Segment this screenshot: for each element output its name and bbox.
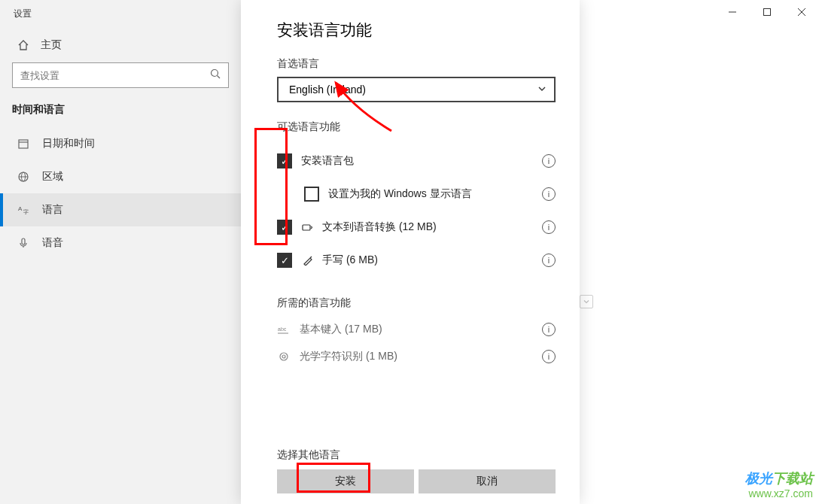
checkbox-tts[interactable]: ✓ xyxy=(277,220,292,235)
required-basic-typing: abc 基本键入 (17 MB) i xyxy=(277,316,556,343)
svg-text:A: A xyxy=(18,205,23,212)
feature-lang-pack: ✓ 安装语言包 i xyxy=(277,144,556,178)
home-label: 主页 xyxy=(41,38,62,52)
info-icon[interactable]: i xyxy=(542,323,556,336)
required-label-text: 光学字符识别 (1 MB) xyxy=(300,350,542,363)
background-dropdown-chevron xyxy=(580,295,593,308)
modal-footer: 选择其他语言 安装 取消 xyxy=(277,448,556,493)
ocr-icon xyxy=(277,351,291,362)
svg-point-17 xyxy=(280,353,288,360)
checkbox-display-lang[interactable] xyxy=(304,187,319,202)
feature-label: 设置为我的 Windows 显示语言 xyxy=(328,187,542,201)
svg-text:abc: abc xyxy=(278,326,287,332)
watermark-logo: 极光下载站 xyxy=(745,469,813,487)
pen-icon xyxy=(301,255,315,266)
close-button[interactable] xyxy=(784,0,819,24)
modal-title: 安装语言功能 xyxy=(277,20,556,41)
feature-label: 文本到语音转换 (12 MB) xyxy=(322,220,542,234)
install-button[interactable]: 安装 xyxy=(277,469,414,493)
sidebar-item-label: 区域 xyxy=(42,170,63,184)
install-language-modal: 安装语言功能 首选语言 English (Ireland) 可选语言功能 ✓ 安… xyxy=(241,0,580,504)
svg-point-18 xyxy=(282,355,285,358)
watermark: 极光下载站 www.xz7.com xyxy=(745,469,813,499)
search-field[interactable] xyxy=(20,70,181,81)
home-link[interactable]: 主页 xyxy=(0,28,241,62)
pref-lang-dropdown[interactable]: English (Ireland) xyxy=(277,77,556,102)
feature-tts: ✓ 文本到语音转换 (12 MB) i xyxy=(277,211,556,244)
pref-lang-value: English (Ireland) xyxy=(289,83,366,96)
keyboard-icon: abc xyxy=(277,325,291,334)
search-icon xyxy=(210,68,221,82)
feature-label: 安装语言包 xyxy=(301,154,542,168)
language-icon: A字 xyxy=(17,203,30,217)
feature-label: 手写 (6 MB) xyxy=(322,254,542,267)
svg-point-0 xyxy=(212,70,218,77)
svg-rect-2 xyxy=(19,140,28,148)
svg-rect-14 xyxy=(303,225,310,230)
required-features: 所需的语言功能 abc 基本键入 (17 MB) i 光学字符识别 (1 MB)… xyxy=(277,296,556,370)
choose-other-language[interactable]: 选择其他语言 xyxy=(277,448,556,462)
feature-handwriting: ✓ 手写 (6 MB) i xyxy=(277,244,556,277)
sidebar-item-datetime[interactable]: 日期和时间 xyxy=(0,127,241,160)
sidebar-item-speech[interactable]: 语音 xyxy=(0,226,241,260)
maximize-button[interactable] xyxy=(750,0,784,24)
home-icon xyxy=(17,38,30,52)
chevron-down-icon xyxy=(537,83,547,96)
category-header: 时间和语言 xyxy=(0,88,241,127)
svg-line-1 xyxy=(218,76,221,79)
sidebar-item-label: 语言 xyxy=(42,203,63,217)
calendar-icon xyxy=(17,137,30,150)
tts-icon xyxy=(301,222,315,232)
info-icon[interactable]: i xyxy=(542,187,556,201)
svg-rect-9 xyxy=(22,238,25,244)
mic-icon xyxy=(17,236,30,250)
cancel-button[interactable]: 取消 xyxy=(419,469,556,493)
info-icon[interactable]: i xyxy=(542,254,556,267)
required-label-text: 基本键入 (17 MB) xyxy=(300,323,542,336)
svg-text:字: 字 xyxy=(23,209,29,214)
watermark-url: www.xz7.com xyxy=(745,487,813,499)
info-icon[interactable]: i xyxy=(542,154,556,168)
sidebar-item-label: 日期和时间 xyxy=(42,137,95,150)
info-icon[interactable]: i xyxy=(542,220,556,234)
window-controls xyxy=(715,0,819,24)
settings-sidebar: 设置 主页 时间和语言 日期和时间 区域 A字 语言 语音 xyxy=(0,0,241,504)
globe-icon xyxy=(17,170,30,184)
search-input[interactable] xyxy=(12,62,229,88)
sidebar-item-label: 语音 xyxy=(42,236,63,250)
sidebar-item-language[interactable]: A字 语言 xyxy=(0,193,241,226)
required-label: 所需的语言功能 xyxy=(277,296,556,310)
info-icon[interactable]: i xyxy=(542,350,556,363)
optional-features-label: 可选语言功能 xyxy=(277,120,556,134)
checkbox-lang-pack[interactable]: ✓ xyxy=(277,153,292,169)
pref-lang-label: 首选语言 xyxy=(277,57,556,71)
sidebar-item-region[interactable]: 区域 xyxy=(0,160,241,193)
checkbox-handwriting[interactable]: ✓ xyxy=(277,253,292,268)
minimize-button[interactable] xyxy=(715,0,750,24)
app-title: 设置 xyxy=(0,0,241,28)
feature-display-lang: 设置为我的 Windows 显示语言 i xyxy=(277,178,556,211)
required-ocr: 光学字符识别 (1 MB) i xyxy=(277,343,556,370)
svg-rect-11 xyxy=(764,9,771,16)
